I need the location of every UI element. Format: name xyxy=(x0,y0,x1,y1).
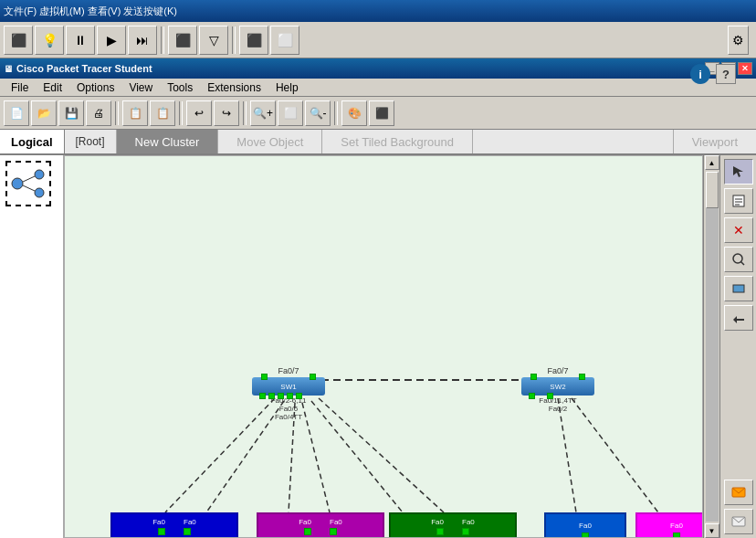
svg-line-13 xyxy=(572,398,658,512)
tb-btn-9[interactable]: ⬜ xyxy=(270,26,299,55)
scroll-track[interactable] xyxy=(706,172,719,522)
vlan10-1-port-2 xyxy=(184,528,191,535)
tb-btn-6[interactable]: ⬛ xyxy=(168,26,197,55)
menu-edit[interactable]: Edit xyxy=(36,80,69,95)
tool-message-2[interactable] xyxy=(724,509,753,534)
zoom-fit-btn[interactable]: ⬜ xyxy=(278,100,303,126)
sw1-port-fa06: Fa0/6 xyxy=(279,405,298,413)
outer-titlebar: 文件(F) 虚拟机(M) 查看(V) 发送按键(K) xyxy=(0,0,756,22)
sw1-port-bot-4 xyxy=(287,393,293,399)
tb-btn-4[interactable]: ▶ xyxy=(97,26,126,55)
sw1-port-bot-2 xyxy=(268,393,275,399)
vlan30-fa-label-2: Fa0 xyxy=(462,518,475,526)
sw1-port-fa07: Fa0/7 xyxy=(278,366,299,375)
svg-point-0 xyxy=(12,178,23,189)
menu-view[interactable]: View xyxy=(121,80,160,95)
menu-extensions[interactable]: Extensions xyxy=(200,80,268,95)
close-button[interactable]: ✕ xyxy=(738,62,752,75)
sw2-port-fa02: Fa0/2 xyxy=(549,405,567,413)
vlan-box-20: Fa0 Fa0 PC-PT xyxy=(257,512,384,538)
paste-btn[interactable]: 📋 xyxy=(150,100,175,126)
tb-btn-1[interactable]: ⬛ xyxy=(4,26,33,55)
svg-line-3 xyxy=(23,176,35,182)
nav-new-cluster[interactable]: New Cluster xyxy=(117,130,219,153)
switch-sw2: Fa0/7 SW2 Fa0/11,4TT Fa0/2 xyxy=(521,366,594,413)
canvas-area[interactable]: Fa0/7 SW1 Fa0/2-6,11 Fa0/6 xyxy=(64,155,703,538)
vlan10-2-fa-label: Fa0 xyxy=(579,522,592,530)
outer-title: 文件(F) 虚拟机(M) 查看(V) 发送按键(K) xyxy=(4,5,177,18)
undo-btn[interactable]: ↩ xyxy=(186,100,212,126)
help-button[interactable]: ? xyxy=(716,64,736,84)
tb-btn-vm[interactable]: ⚙ xyxy=(728,26,749,55)
vlan10-1-port-1 xyxy=(158,528,165,535)
palette-btn[interactable]: 🎨 xyxy=(341,100,367,126)
tb-btn-5[interactable]: ⏭ xyxy=(128,26,157,55)
tb-sep xyxy=(115,101,119,125)
tool-rect[interactable] xyxy=(724,276,753,301)
device-btn[interactable]: ⬛ xyxy=(369,100,394,126)
sw2-port-top-1 xyxy=(530,374,537,380)
zoom-out-btn[interactable]: 🔍- xyxy=(305,100,331,126)
tb-sep2 xyxy=(179,101,183,125)
tb-btn-7[interactable]: ▽ xyxy=(199,26,228,55)
tb-btn-8[interactable]: ⬛ xyxy=(239,26,268,55)
cisco-menu: File Edit Options View Tools Extensions … xyxy=(0,79,756,97)
scroll-up[interactable]: ▲ xyxy=(705,155,719,170)
vlan20-2-port xyxy=(673,533,680,538)
tb-btn-3[interactable]: ⏸ xyxy=(66,26,95,55)
svg-point-2 xyxy=(35,188,44,197)
menu-tools[interactable]: Tools xyxy=(160,80,200,95)
vlan20-fa-label-2: Fa0 xyxy=(330,518,342,526)
main-area: Fa0/7 SW1 Fa0/2-6,11 Fa0/6 xyxy=(0,155,756,538)
vlan-box-20-2: Fa0 PC-PT xyxy=(635,512,703,538)
svg-line-11 xyxy=(319,398,444,512)
tool-message-1[interactable] xyxy=(724,480,753,505)
sw2-port-bot-1 xyxy=(529,393,535,399)
outer-window: 文件(F) 虚拟机(M) 查看(V) 发送按键(K) ⬛ 💡 ⏸ ▶ ⏭ ⬛ ▽… xyxy=(0,0,756,538)
menu-file[interactable]: File xyxy=(4,80,36,95)
copy-btn[interactable]: 📋 xyxy=(122,100,148,126)
save-btn[interactable]: 💾 xyxy=(58,100,84,126)
sw1-port-top-2 xyxy=(310,374,316,380)
tool-select[interactable] xyxy=(724,159,753,185)
print-btn[interactable]: 🖨 xyxy=(86,100,111,126)
vlan20-port-2 xyxy=(330,528,337,535)
nav-logical[interactable]: Logical xyxy=(0,130,65,153)
redo-btn[interactable]: ↪ xyxy=(214,100,239,126)
menu-options[interactable]: Options xyxy=(69,80,121,95)
zoom-in-btn[interactable]: 🔍+ xyxy=(250,100,276,126)
cisco-toolbar: 📄 📂 💾 🖨 📋 📋 ↩ ↪ 🔍+ ⬜ 🔍- 🎨 ⬛ xyxy=(0,97,756,130)
tb-sep3 xyxy=(243,101,247,125)
tb-sep4 xyxy=(334,101,338,125)
scroll-thumb[interactable] xyxy=(706,172,719,208)
new-btn[interactable]: 📄 xyxy=(4,100,29,126)
nav-move-object[interactable]: Move Object xyxy=(218,130,322,153)
info-button[interactable]: i xyxy=(690,64,710,84)
tool-delete[interactable]: ✕ xyxy=(724,217,753,243)
sw1-port-bot-5 xyxy=(296,393,302,399)
tb-btn-2[interactable]: 💡 xyxy=(35,26,64,55)
sw1-port-fa04: Fa0/4TT xyxy=(275,413,302,421)
nav-root[interactable]: [Root] xyxy=(65,130,117,153)
tool-note[interactable] xyxy=(724,188,753,214)
logical-icon[interactable] xyxy=(5,161,51,206)
outer-toolbar: ⬛ 💡 ⏸ ▶ ⏭ ⬛ ▽ ⬛ ⬜ ⚙ xyxy=(0,22,756,58)
vlan10-2-port xyxy=(582,533,589,538)
vlan-box-10-1: Fa0 Fa0 xyxy=(110,512,238,538)
svg-point-1 xyxy=(35,170,44,179)
vlan30-port-1 xyxy=(436,528,444,535)
tb-sep-1 xyxy=(161,26,164,54)
svg-line-12 xyxy=(558,398,576,512)
nav-set-bg[interactable]: Set Tiled Background xyxy=(322,130,473,153)
tool-move[interactable] xyxy=(724,305,753,331)
menu-help[interactable]: Help xyxy=(268,80,306,95)
vlan10-1-fa-label-1: Fa0 xyxy=(152,518,165,526)
vlan20-2-fa-label: Fa0 xyxy=(670,522,683,530)
scroll-down[interactable]: ▼ xyxy=(705,523,719,538)
sw1-label: SW1 xyxy=(280,383,296,391)
open-btn[interactable]: 📂 xyxy=(31,100,57,126)
svg-rect-20 xyxy=(733,285,744,292)
nav-viewport[interactable]: Viewport xyxy=(673,130,756,153)
sw2-label: SW2 xyxy=(550,383,565,391)
tool-zoom[interactable] xyxy=(724,247,753,272)
